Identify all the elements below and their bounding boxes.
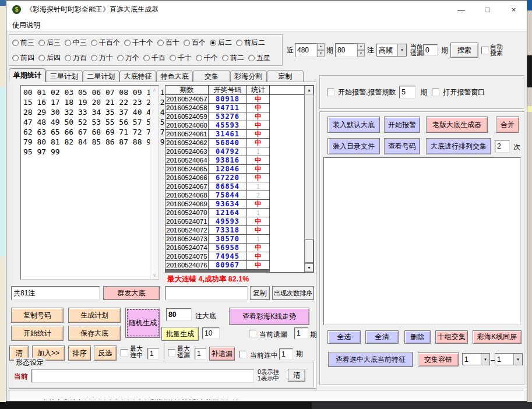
- base-note-count-input[interactable]: [166, 308, 192, 321]
- table-row[interactable]: 20160524073385701: [165, 235, 313, 244]
- chevron-down-icon[interactable]: ▼: [481, 354, 489, 365]
- scroll-down-icon[interactable]: ∨: [150, 272, 158, 278]
- start-alarm-checkbox[interactable]: [327, 89, 334, 96]
- note-count-spinner[interactable]: ▲▼: [335, 43, 365, 57]
- search-button[interactable]: 搜索: [450, 43, 478, 58]
- tab-单期统计[interactable]: 单期统计: [9, 68, 45, 82]
- table-row[interactable]: 20160524070121641: [165, 209, 313, 217]
- tab-二星计划[interactable]: 二星计划: [83, 70, 119, 82]
- table-row[interactable]: 2016052406131461中: [165, 130, 313, 139]
- table-row[interactable]: 2016052406045593中: [165, 121, 313, 130]
- position-option-百个[interactable]: 百个: [184, 38, 206, 48]
- base-listbox[interactable]: [323, 157, 521, 325]
- tab-特色大底[interactable]: 特色大底: [156, 70, 193, 82]
- invert-button[interactable]: 反选: [94, 345, 117, 361]
- scrollbar-thumb[interactable]: [305, 239, 313, 263]
- position-option-万十[interactable]: 万十: [91, 53, 113, 63]
- random-generate-button[interactable]: 随机生成: [125, 308, 160, 338]
- table-row[interactable]: 2016052407456958中: [165, 244, 313, 252]
- position-option-后三[interactable]: 后三: [38, 38, 61, 48]
- position-option-千十[interactable]: 千十: [170, 53, 192, 63]
- table-scrollbar[interactable]: ▲ ▼: [304, 86, 313, 272]
- old-generator-button[interactable]: 老版大底生成器: [426, 117, 488, 133]
- table-row[interactable]: 20160524068758442: [165, 191, 313, 200]
- kline-same-screen-button[interactable]: 彩海K线同屏: [473, 330, 522, 344]
- position-option-后二[interactable]: 后二: [210, 38, 232, 48]
- menu-help[interactable]: 使用说明: [6, 18, 46, 33]
- tab-大底特征[interactable]: 大底特征: [119, 70, 156, 82]
- position-option-万百[interactable]: 万百: [65, 53, 87, 63]
- tab-三星计划[interactable]: 三星计划: [45, 70, 82, 82]
- save-base-button[interactable]: 保存大底: [68, 326, 121, 341]
- load-directory-button[interactable]: 装入目录文件: [327, 138, 380, 154]
- position-option-万个[interactable]: 万个: [117, 53, 139, 63]
- sort-by-count-button[interactable]: 出现次数排序: [272, 286, 314, 300]
- view-kline-button[interactable]: 查看彩海K线走势: [229, 308, 309, 325]
- current-hit-input[interactable]: [279, 348, 293, 360]
- near-periods-spinner[interactable]: ▲▼: [295, 43, 325, 57]
- permute-times-input[interactable]: [495, 140, 510, 153]
- permute-intersect-button[interactable]: 大底进行排列交集: [426, 138, 491, 154]
- number-grid-textarea[interactable]: 00 01 02 03 05 06 07 08 09 10 11 12 1415…: [20, 85, 159, 280]
- generate-plan-button[interactable]: 生成计划: [68, 308, 121, 323]
- max-hit-input[interactable]: [147, 348, 159, 359]
- position-option-千百[interactable]: 千百: [143, 53, 165, 63]
- current-hit-checkbox[interactable]: [239, 351, 247, 358]
- note-count-input[interactable]: [335, 43, 357, 57]
- table-row[interactable]: 2016052406493816中: [165, 156, 313, 165]
- position-option-中三[interactable]: 中三: [65, 38, 87, 48]
- start-alarm-button[interactable]: 开始报警: [384, 117, 420, 133]
- select-all-button[interactable]: 全选: [327, 330, 361, 344]
- load-default-base-button[interactable]: 装入默认大底: [327, 117, 380, 133]
- tab-彩海分割[interactable]: 彩海分割: [230, 70, 267, 82]
- minimize-button[interactable]: —: [448, 1, 474, 18]
- position-option-前四[interactable]: 前四: [12, 53, 34, 63]
- delete-button[interactable]: 删除: [404, 330, 431, 344]
- max-miss-checkbox[interactable]: [168, 349, 175, 357]
- position-option-千个[interactable]: 千个: [196, 53, 218, 63]
- frequency-select[interactable]: 高频 ▼: [376, 44, 407, 57]
- current-miss-period-input[interactable]: [294, 327, 308, 339]
- position-option-前后二[interactable]: 前后二: [236, 38, 265, 48]
- view-numbers-button[interactable]: 查看号码: [384, 138, 420, 154]
- total-notes-input[interactable]: [11, 286, 100, 300]
- open-alarm-window-checkbox[interactable]: [432, 89, 439, 96]
- sort-button[interactable]: 排序: [68, 345, 91, 361]
- table-row[interactable]: 2016052405894711中: [165, 104, 313, 112]
- spin-down-icon[interactable]: ▼: [317, 50, 325, 57]
- close-button[interactable]: ×: [501, 1, 527, 18]
- near-periods-input[interactable]: [295, 43, 317, 57]
- intersect-tolerance-button[interactable]: 交集容错: [418, 352, 459, 366]
- spin-up-icon[interactable]: ▲: [317, 43, 325, 50]
- view-selected-feature-button[interactable]: 查看选中大底当前特征: [328, 352, 413, 367]
- alarm-periods-input[interactable]: [399, 86, 415, 98]
- table-row[interactable]: 2016052406256840中: [165, 139, 313, 147]
- ten-group-intersect-button[interactable]: 十组交集: [435, 330, 468, 344]
- table-row[interactable]: 2016052405953276中: [165, 112, 313, 121]
- scroll-down-icon[interactable]: ▼: [305, 263, 313, 272]
- table-row[interactable]: 2016052406993634中: [165, 200, 313, 209]
- shape-clear-button[interactable]: 清: [288, 369, 305, 382]
- spin-up-icon[interactable]: ▲: [357, 43, 365, 50]
- number-grid-scrollbar[interactable]: ∧ ∨: [150, 86, 158, 279]
- batch-generate-button[interactable]: 批量生成: [161, 327, 199, 341]
- table-row[interactable]: 2016052406512846中: [165, 165, 313, 174]
- position-option-千十个[interactable]: 千十个: [124, 38, 153, 48]
- max-miss-input[interactable]: [195, 348, 206, 359]
- current-miss-input[interactable]: [423, 44, 438, 56]
- shape-pattern-input[interactable]: [31, 369, 254, 383]
- fill-miss-button[interactable]: 补遗漏: [209, 347, 235, 361]
- tolerance-to-select[interactable]: 1 ▼: [495, 353, 523, 365]
- table-row[interactable]: 2016052407149593中: [165, 217, 313, 226]
- table-row[interactable]: 20160524063047921: [165, 147, 313, 156]
- chevron-down-icon[interactable]: ▼: [513, 354, 522, 365]
- position-option-后四[interactable]: 后四: [38, 53, 61, 63]
- chevron-down-icon[interactable]: ▼: [397, 44, 406, 56]
- position-option-前三[interactable]: 前三: [12, 38, 34, 48]
- table-row[interactable]: 2016052407574945中: [165, 252, 313, 261]
- position-option-百十[interactable]: 百十: [157, 38, 179, 48]
- merge-button[interactable]: 合并: [496, 117, 519, 133]
- scroll-up-icon[interactable]: ▲: [305, 86, 313, 94]
- maximize-button[interactable]: □: [474, 1, 501, 18]
- table-row[interactable]: 2016052405780918中: [165, 95, 313, 104]
